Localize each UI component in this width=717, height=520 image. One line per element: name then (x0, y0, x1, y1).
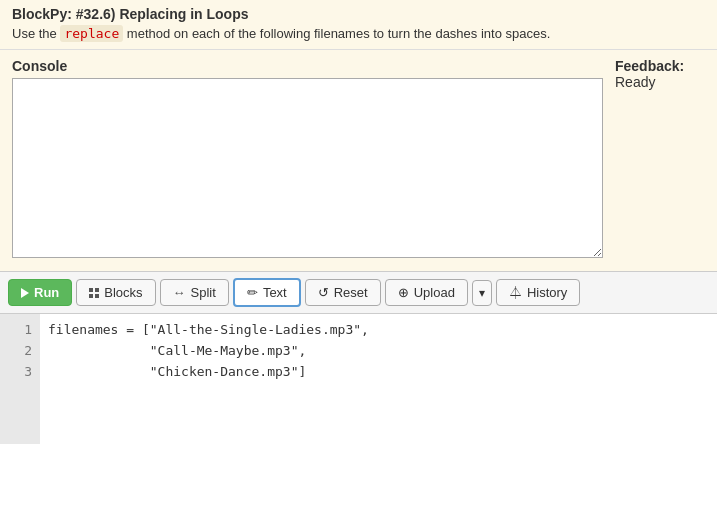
toolbar: Run Blocks ↔ Split ✏ Text ↺ Reset ⊕ Uplo… (0, 272, 717, 314)
pencil-icon: ✏ (247, 285, 258, 300)
feedback-area: Feedback: Ready (615, 58, 705, 90)
run-button[interactable]: Run (8, 279, 72, 306)
upload-icon: ⊕ (398, 285, 409, 300)
line-number: 3 (8, 362, 32, 383)
dropdown-arrow-icon: ▾ (479, 286, 485, 300)
blocks-icon (89, 288, 99, 298)
console-label: Console (12, 58, 603, 74)
blocks-label: Blocks (104, 285, 142, 300)
code-line: "Call-Me-Maybe.mp3", (48, 341, 709, 362)
desc-suffix: method on each of the following filename… (123, 26, 550, 41)
feedback-label: Feedback: (615, 58, 705, 74)
desc-prefix: Use the (12, 26, 60, 41)
feedback-status: Ready (615, 74, 705, 90)
reset-label: Reset (334, 285, 368, 300)
console-textarea[interactable] (12, 78, 603, 258)
history-button[interactable]: ⏃ History (496, 279, 580, 306)
console-wrapper: Console (12, 58, 603, 261)
header-description: Use the replace method on each of the fo… (12, 26, 705, 41)
reset-button[interactable]: ↺ Reset (305, 279, 381, 306)
history-label: History (527, 285, 567, 300)
split-label: Split (191, 285, 216, 300)
split-button[interactable]: ↔ Split (160, 279, 229, 306)
code-content: filenames = ["All-the-Single-Ladies.mp3"… (40, 314, 717, 444)
header-area: BlockPy: #32.6) Replacing in Loops Use t… (0, 0, 717, 50)
upload-label: Upload (414, 285, 455, 300)
code-line: "Chicken-Dance.mp3"] (48, 362, 709, 383)
text-button[interactable]: ✏ Text (233, 278, 301, 307)
line-number: 2 (8, 341, 32, 362)
method-code: replace (60, 25, 123, 42)
split-icon: ↔ (173, 285, 186, 300)
text-label: Text (263, 285, 287, 300)
page-title: BlockPy: #32.6) Replacing in Loops (12, 6, 705, 22)
line-numbers: 123 (0, 314, 40, 444)
code-area: 123 filenames = ["All-the-Single-Ladies.… (0, 314, 717, 444)
history-icon: ⏃ (509, 285, 522, 300)
upload-button[interactable]: ⊕ Upload (385, 279, 468, 306)
reset-icon: ↺ (318, 285, 329, 300)
line-number: 1 (8, 320, 32, 341)
blocks-button[interactable]: Blocks (76, 279, 155, 306)
play-icon (21, 288, 29, 298)
code-line: filenames = ["All-the-Single-Ladies.mp3"… (48, 320, 709, 341)
upload-dropdown-button[interactable]: ▾ (472, 280, 492, 306)
run-label: Run (34, 285, 59, 300)
console-area: Console Feedback: Ready (0, 50, 717, 272)
